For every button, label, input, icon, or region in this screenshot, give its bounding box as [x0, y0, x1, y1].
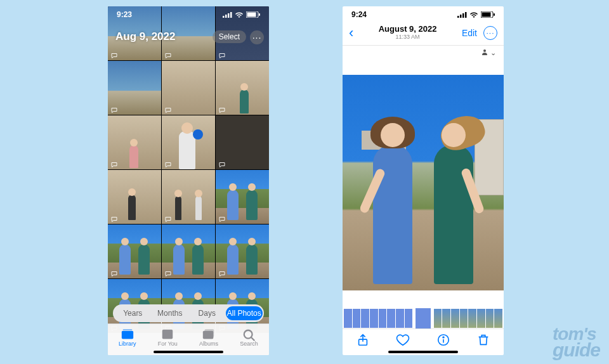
filmstrip-thumb[interactable] — [396, 309, 404, 328]
share-button[interactable] — [356, 333, 370, 347]
tab-for-you[interactable]: For You — [158, 328, 178, 347]
filmstrip-thumb[interactable] — [486, 309, 494, 328]
more-button[interactable]: ··· — [250, 30, 264, 44]
wifi-icon — [469, 11, 478, 18]
photo-thumb[interactable] — [108, 61, 161, 115]
photo-main[interactable] — [343, 75, 504, 290]
tab-label: For You — [158, 341, 178, 347]
svg-rect-15 — [457, 16, 459, 18]
svg-rect-5 — [247, 12, 256, 16]
filmstrip-thumb[interactable] — [460, 309, 468, 328]
segment-all-photos[interactable]: All Photos — [226, 306, 263, 320]
search-icon — [242, 328, 256, 340]
segment-days[interactable]: Days — [188, 306, 226, 320]
svg-rect-1 — [225, 15, 227, 18]
svg-rect-18 — [465, 12, 467, 18]
photo-thumb[interactable] — [216, 224, 269, 278]
trash-button[interactable] — [476, 333, 490, 347]
people-row[interactable]: ⌄ — [343, 46, 504, 60]
battery-icon — [481, 11, 495, 18]
watermark: tom's guide — [553, 327, 600, 358]
comment-icon — [110, 214, 118, 222]
status-icons — [457, 11, 495, 18]
svg-rect-7 — [122, 331, 133, 339]
tab-bar: Library For You Albums Search — [108, 323, 269, 355]
comment-icon — [110, 51, 118, 58]
cellular-icon — [457, 11, 467, 18]
photo-thumb[interactable] — [216, 170, 269, 224]
filmstrip-thumb[interactable] — [353, 309, 361, 328]
photo-thumb[interactable] — [162, 61, 215, 115]
svg-rect-2 — [228, 13, 230, 18]
comment-icon — [164, 269, 172, 276]
home-indicator[interactable] — [388, 351, 458, 353]
tab-label: Albums — [199, 341, 218, 347]
comment-icon — [110, 160, 118, 167]
svg-point-12 — [244, 330, 252, 339]
filmstrip-thumb[interactable] — [477, 309, 485, 328]
photo-grid[interactable] — [108, 6, 269, 308]
tab-library[interactable]: Library — [119, 328, 136, 347]
library-icon — [121, 328, 134, 340]
segment-years[interactable]: Years — [114, 306, 152, 320]
svg-point-22 — [483, 49, 486, 52]
filmstrip-thumb[interactable] — [379, 309, 387, 328]
person-icon — [481, 48, 488, 57]
filmstrip-thumb[interactable] — [387, 309, 395, 328]
filmstrip-thumb[interactable] — [370, 309, 378, 328]
info-button[interactable] — [436, 333, 450, 347]
photo-thumb[interactable] — [162, 115, 215, 169]
cellular-icon — [223, 11, 232, 18]
filmstrip-thumb[interactable] — [451, 309, 459, 328]
status-time: 9:24 — [351, 10, 367, 19]
nav-time: 11:33 AM — [379, 34, 437, 41]
status-bar: 9:23 — [108, 6, 269, 20]
photo-thumb[interactable] — [216, 115, 269, 169]
comment-icon — [164, 51, 172, 58]
tab-albums[interactable]: Albums — [199, 328, 218, 347]
svg-rect-11 — [205, 329, 214, 337]
photo-thumb[interactable] — [162, 224, 215, 278]
filmstrip-thumb[interactable] — [434, 309, 442, 328]
status-time: 9:23 — [117, 10, 132, 19]
filmstrip-thumb[interactable] — [361, 309, 369, 328]
comment-icon — [164, 160, 172, 167]
more-button[interactable]: ··· — [483, 26, 497, 40]
svg-rect-9 — [162, 330, 173, 339]
favorite-button[interactable] — [396, 333, 410, 347]
filmstrip-thumb[interactable] — [405, 309, 413, 328]
filmstrip-thumb[interactable] — [344, 309, 352, 328]
filmstrip-thumb[interactable] — [442, 309, 450, 328]
comment-icon — [218, 160, 226, 167]
svg-rect-3 — [230, 12, 232, 18]
comment-icon — [164, 105, 172, 113]
wifi-icon — [235, 11, 244, 18]
photo-thumb[interactable] — [108, 224, 161, 278]
comment-icon — [164, 214, 172, 222]
for-you-icon — [160, 328, 174, 340]
comment-icon — [218, 105, 226, 113]
photo-thumb[interactable] — [108, 170, 161, 224]
edit-button[interactable]: Edit — [462, 28, 477, 38]
select-button[interactable]: Select — [213, 30, 246, 43]
filmstrip-thumb-current[interactable] — [416, 308, 430, 328]
comment-icon — [218, 269, 226, 276]
nav-title: August 9, 2022 11:33 AM — [379, 25, 437, 40]
photo-thumb[interactable] — [216, 61, 269, 115]
photo-toolbar — [343, 328, 504, 355]
view-segments[interactable]: Years Months Days All Photos — [113, 304, 264, 322]
svg-rect-20 — [482, 12, 491, 16]
phone-detail-view: 9:24 ‹ August 9, 2022 11:33 AM Edit ··· … — [343, 6, 504, 355]
filmstrip-thumb[interactable] — [468, 309, 476, 328]
albums-icon — [202, 328, 216, 340]
home-indicator[interactable] — [154, 351, 223, 353]
battery-icon — [246, 11, 260, 18]
back-button[interactable]: ‹ — [349, 25, 353, 41]
tab-search[interactable]: Search — [240, 328, 258, 347]
filmstrip[interactable] — [343, 308, 504, 328]
photo-thumb[interactable] — [108, 115, 161, 169]
photo-thumb[interactable] — [162, 170, 215, 224]
segment-months[interactable]: Months — [152, 306, 189, 320]
filmstrip-thumb[interactable] — [494, 309, 502, 328]
status-icons — [223, 11, 260, 18]
